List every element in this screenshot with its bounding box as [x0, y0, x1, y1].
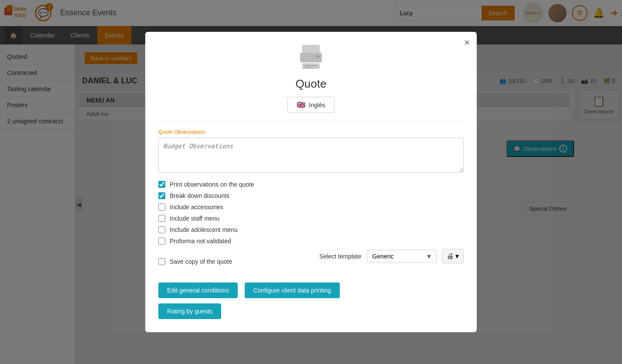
quote-modal: × Quote 🇬🇧 Inglés Qu — [145, 32, 477, 332]
flag-icon: 🇬🇧 — [297, 101, 305, 109]
checkbox-include-accessories[interactable]: Include accessories — [158, 204, 464, 211]
svg-rect-8 — [304, 65, 318, 66]
rating-section: Rating by guests — [158, 303, 464, 319]
template-row: Select template Generic Standard Custom … — [319, 249, 464, 263]
checkbox-save-copy[interactable]: Save copy of the quote — [158, 258, 232, 265]
observations-textarea[interactable] — [158, 138, 464, 173]
checkbox-proforma-not-validated[interactable]: Proforma not validated — [158, 238, 464, 245]
template-select-wrapper: Generic Standard Custom ▼ — [367, 250, 437, 263]
modal-overlay: × Quote 🇬🇧 Inglés Qu — [0, 0, 622, 364]
quote-observations-section: Quote Observations — [158, 129, 464, 174]
rating-by-guests-button[interactable]: Rating by guests — [158, 303, 221, 319]
checkbox-list: Print observations on the quote Break do… — [158, 181, 464, 274]
svg-point-10 — [317, 55, 319, 58]
modal-title: Quote — [158, 77, 464, 91]
modal-close-button[interactable]: × — [464, 37, 470, 48]
configure-client-data-button[interactable]: Configure client data printing — [245, 282, 340, 298]
template-select[interactable]: Generic Standard Custom — [367, 250, 437, 263]
obs-section-label: Quote Observations — [158, 129, 464, 135]
svg-rect-5 — [302, 45, 320, 54]
print-dropdown-button[interactable]: 🖨 ▾ — [442, 249, 464, 263]
checkbox-break-down-discounts[interactable]: Break down discounts — [158, 192, 464, 199]
language-button[interactable]: 🇬🇧 Inglés — [287, 97, 334, 113]
modal-header: Quote 🇬🇧 Inglés — [158, 45, 464, 113]
checkbox-include-adolescent-menu[interactable]: Include adolescent menu — [158, 226, 464, 233]
checkbox-print-observations[interactable]: Print observations on the quote — [158, 181, 464, 188]
printer-icon — [158, 45, 464, 74]
checkbox-include-staff-menu[interactable]: Include staff menu — [158, 215, 464, 222]
svg-rect-9 — [304, 67, 313, 68]
modal-footer: Edit general conditions Configure client… — [158, 282, 464, 298]
edit-general-conditions-button[interactable]: Edit general conditions — [158, 282, 238, 298]
